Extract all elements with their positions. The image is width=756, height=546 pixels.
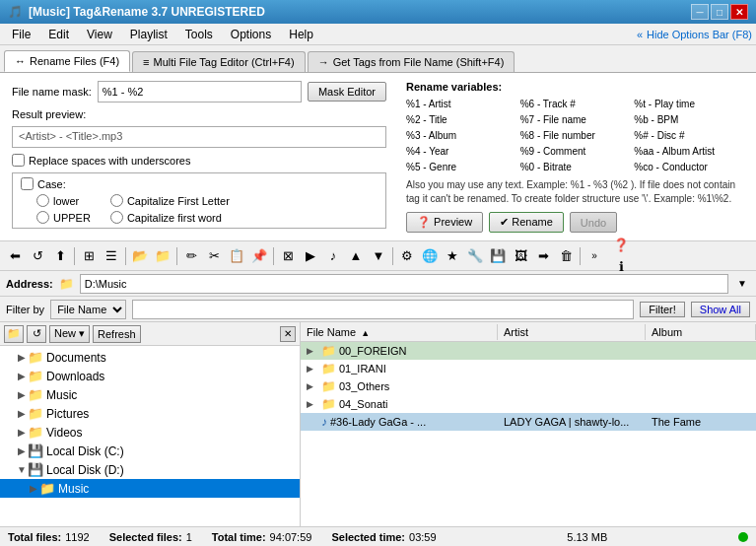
tb-tag-up-button[interactable]: ▲ [345,245,367,267]
tb-image-button[interactable]: 🖼 [510,245,531,267]
status-size-value: 5.13 MB [567,531,607,543]
bottom-split: 📁 ↺ New ▾ Refresh ✕ ▶ 📁 Documents ▶ 📁 [0,322,756,526]
rename-button[interactable]: ✔ Rename [489,212,564,233]
tree-content: ▶ 📁 Documents ▶ 📁 Downloads ▶ 📁 Music ▶ … [0,346,300,526]
filter-text-input[interactable] [132,300,634,319]
tab-get-tags[interactable]: → Get Tags from File Name (Shift+F4) [308,51,515,72]
menu-edit[interactable]: Edit [40,26,77,43]
folder-tree-close-button[interactable]: ✕ [280,326,296,342]
tb-back-button[interactable]: ⬅ [4,245,26,267]
tb-list-button[interactable]: ☰ [101,245,122,267]
file-name-4: ▶ ♪ #36-Lady GaGa - ... [301,414,498,430]
action-buttons: ❓ Preview ✔ Rename Undo [406,212,744,233]
tb-select-all-button[interactable]: ⊠ [277,245,299,267]
mask-label: File name mask: [12,86,92,98]
mask-editor-button[interactable]: Mask Editor [308,82,386,102]
mask-input[interactable] [98,81,302,102]
tb-globe-button[interactable]: 🌐 [419,245,441,267]
filter-type-select[interactable]: File Name Artist Album Title [50,300,126,319]
total-files-label: Total files: [8,531,61,543]
refresh-button[interactable]: Refresh [93,325,141,343]
tree-item-d-drive[interactable]: ▼ 💾 Local Disk (D:) [0,460,300,479]
hide-options-label: Hide Options Bar (F8) [647,29,752,40]
tb-help-button[interactable]: ❓ [610,235,632,256]
file-row-0[interactable]: ▶ 📁 00_FOREIGN [301,342,756,360]
expand-icon-documents: ▶ [16,352,28,363]
new-folder-button[interactable]: New ▾ [49,325,90,343]
tb-scissors-button[interactable]: ✂ [203,245,225,267]
address-dropdown-button[interactable]: ▼ [734,278,750,289]
file-name-label-1: 01_IRANI [339,363,386,375]
tb-tag-down-button[interactable]: ▼ [368,245,389,267]
tree-item-documents[interactable]: ▶ 📁 Documents [0,348,300,367]
var-item-13: %0 - Bitrate [520,160,631,174]
tree-item-pictures[interactable]: ▶ 📁 Pictures [0,404,300,423]
undo-button[interactable]: Undo [570,212,617,233]
menu-options[interactable]: Options [223,26,279,43]
preview-button[interactable]: ❓ Preview [406,212,483,233]
tb-details-button[interactable]: ⊞ [78,245,100,267]
maximize-button[interactable]: □ [711,4,728,20]
tb-playlist-button[interactable]: ♪ [322,245,344,267]
col-header-album[interactable]: Album [646,324,756,340]
file-list: File Name ▲ Artist Album ▶ 📁 00_FOREIGN [301,322,756,526]
menu-playlist[interactable]: Playlist [122,26,175,43]
tab-rename-files[interactable]: ↔ Rename Files (F4) [4,50,130,72]
file-row-1[interactable]: ▶ 📁 01_IRANI [301,360,756,377]
tb-folder-button[interactable]: 📁 [152,245,173,267]
file-header: File Name ▲ Artist Album [301,322,756,342]
hide-options-bar[interactable]: « Hide Options Bar (F8) [637,29,752,40]
tree-item-music[interactable]: ▶ 📁 Music [0,385,300,404]
upper-radio[interactable] [36,211,49,224]
tree-item-downloads[interactable]: ▶ 📁 Downloads [0,367,300,385]
tb-edit-button[interactable]: ✏ [180,245,202,267]
tb-copy-button[interactable]: 📋 [226,245,247,267]
menu-help[interactable]: Help [281,26,321,43]
lower-radio[interactable] [36,194,49,207]
address-input[interactable]: D:\Music [80,274,728,294]
case-checkbox[interactable] [21,177,34,190]
total-time-value: 94:07:59 [270,531,312,543]
file-artist-0 [498,350,646,352]
tree-label-documents: Documents [46,351,106,365]
case-label: Case: [37,178,66,190]
show-all-button[interactable]: Show All [691,302,750,317]
minimize-button[interactable]: ─ [691,4,709,20]
tb-more-button[interactable]: » [584,245,605,267]
tb-paste-button[interactable]: 📌 [248,245,270,267]
col-header-artist[interactable]: Artist [498,324,646,340]
tb-move-button[interactable]: ➡ [532,245,554,267]
tb-play-button[interactable]: ▶ [300,245,321,267]
tb-folder-open-button[interactable]: 📂 [129,245,151,267]
file-row-4[interactable]: ▶ ♪ #36-Lady GaGa - ... LADY GAGA | shaw… [301,413,756,431]
replace-spaces-checkbox[interactable] [12,154,25,167]
menu-file[interactable]: File [4,26,38,43]
tb-star-button[interactable]: ★ [442,245,463,267]
folder-tree-back-button[interactable]: 📁 [4,325,24,343]
file-row-3[interactable]: ▶ 📁 04_Sonati [301,395,756,413]
tb-delete-button[interactable]: 🗑 [555,245,577,267]
tb-forward-button[interactable]: ↺ [27,245,48,267]
tree-item-videos[interactable]: ▶ 📁 Videos [0,423,300,442]
col-header-name[interactable]: File Name ▲ [301,324,498,340]
tree-item-music-d[interactable]: ▶ 📁 Music [0,479,300,498]
tb-up-button[interactable]: ⬆ [49,245,71,267]
file-row-2[interactable]: ▶ 📁 03_Others [301,377,756,395]
capitalize-first-radio[interactable] [110,194,123,207]
tb-save-button[interactable]: 💾 [487,245,509,267]
folder-refresh-icon-button[interactable]: ↺ [27,325,46,343]
tb-tools-button[interactable]: 🔧 [464,245,486,267]
filter-button[interactable]: Filter! [640,302,685,317]
tab-multi-file-tag[interactable]: ≡ Multi File Tag Editor (Ctrl+F4) [132,51,306,72]
tree-item-c-drive[interactable]: ▶ 💾 Local Disk (C:) [0,442,300,460]
capitalize-word-radio[interactable] [110,211,123,224]
folder-icon-music-d: 📁 [39,481,55,496]
tb-settings-button[interactable]: ⚙ [396,245,418,267]
menu-tools[interactable]: Tools [177,26,221,43]
menu-view[interactable]: View [79,26,120,43]
col-name-label: File Name [307,326,356,338]
result-label-row: Result preview: [12,108,386,120]
selected-files-label: Selected files: [109,531,182,543]
close-button[interactable]: ✕ [730,4,748,20]
status-bar: Total files: 1192 Selected files: 1 Tota… [0,526,756,546]
